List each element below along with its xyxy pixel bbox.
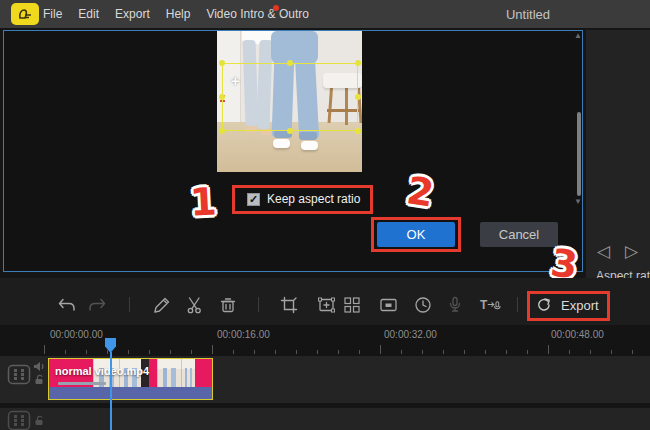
crop-icon[interactable]: [278, 294, 300, 316]
menu-items: File Edit Export Help Video Intro & Outr…: [43, 0, 309, 28]
clip-name: normal video.mp4: [55, 365, 149, 377]
toolbar-separator: [258, 297, 259, 312]
export-icon: [533, 296, 554, 314]
next-icon[interactable]: ▷: [625, 241, 638, 262]
scroll-down-icon[interactable]: ▼: [574, 197, 582, 206]
crop-handle[interactable]: [219, 94, 225, 100]
menu-item-export[interactable]: Export: [115, 7, 150, 21]
crop-handle[interactable]: [355, 60, 361, 66]
export-button[interactable]: Export: [533, 296, 599, 314]
timeline-clip[interactable]: normal video.mp4: [48, 358, 213, 400]
bee-logo-icon: [17, 7, 34, 22]
export-button-label: Export: [561, 298, 599, 313]
clip-audio-bar: [49, 387, 212, 399]
properties-panel: [586, 30, 650, 278]
split-icon[interactable]: [184, 294, 206, 316]
preview-scrollbar[interactable]: [577, 112, 581, 196]
ruler-label-16: 00:00:16.00: [217, 329, 270, 340]
notification-dot: [273, 5, 279, 11]
record-voiceover-icon[interactable]: [444, 294, 466, 316]
app-logo[interactable]: [11, 3, 39, 25]
ruler-label-48: 00:00:48.00: [551, 329, 604, 340]
video-editor-window: File Edit Export Help Video Intro & Outr…: [0, 0, 650, 430]
clip-name-underline: [58, 382, 106, 385]
keep-aspect-ratio-label: Keep aspect ratio: [267, 192, 360, 206]
toolbar-separator: [129, 297, 130, 312]
timeline-tracks: normal video.mp4: [0, 356, 650, 430]
menu-item-help[interactable]: Help: [166, 7, 191, 21]
video-track-icon: [7, 410, 31, 430]
previous-icon[interactable]: ◁: [597, 241, 610, 262]
crop-handle[interactable]: [355, 128, 361, 134]
redo-icon[interactable]: [86, 294, 108, 316]
text-to-speech-icon[interactable]: T: [479, 294, 501, 316]
ok-button[interactable]: OK: [377, 222, 455, 247]
zoom-frame-icon[interactable]: [315, 294, 337, 316]
cancel-button[interactable]: Cancel: [480, 222, 558, 247]
video-track-2: [0, 408, 650, 430]
crop-handle[interactable]: [219, 128, 225, 134]
timeline-ruler[interactable]: 00:00:00.00 00:00:16.00 00:00:32.00 00:0…: [0, 325, 650, 356]
ruler-label-32: 00:00:32.00: [384, 329, 437, 340]
duration-icon[interactable]: [412, 294, 434, 316]
track-lock-icon[interactable]: [34, 415, 45, 426]
scroll-up-icon[interactable]: ▲: [574, 31, 582, 40]
crop-handle[interactable]: [219, 60, 225, 66]
crop-selection-rect[interactable]: [222, 63, 358, 131]
toolbar-separator: [517, 297, 518, 312]
menu-item-edit[interactable]: Edit: [78, 7, 99, 21]
crop-handle[interactable]: [355, 94, 361, 100]
svg-text:T: T: [480, 298, 488, 312]
project-title: Untitled: [488, 7, 568, 22]
picture-in-picture-icon[interactable]: [377, 294, 399, 316]
crop-handle[interactable]: [287, 60, 293, 66]
crosshair-cursor-icon: +: [231, 72, 240, 89]
undo-icon[interactable]: [56, 294, 78, 316]
crop-handle[interactable]: [287, 128, 293, 134]
mosaic-icon[interactable]: [341, 294, 363, 316]
menu-bar: File Edit Export Help Video Intro & Outr…: [0, 0, 650, 28]
ruler-label-0: 00:00:00.00: [50, 329, 103, 340]
annotation-step-1: 1: [189, 179, 218, 224]
playhead-line[interactable]: [110, 352, 112, 430]
menu-item-video-intro-outro[interactable]: Video Intro & Outro: [206, 7, 309, 21]
keep-aspect-ratio-checkbox[interactable]: ✓: [247, 193, 260, 206]
video-track-1: normal video.mp4: [0, 356, 650, 403]
delete-icon[interactable]: [217, 294, 239, 316]
keep-aspect-ratio-option: ✓ Keep aspect ratio: [247, 192, 360, 206]
edit-icon[interactable]: [151, 294, 173, 316]
track-lock-icon[interactable]: [34, 374, 45, 385]
video-track-icon: [7, 364, 31, 385]
track-audio-icon[interactable]: [33, 361, 45, 372]
menu-item-file[interactable]: File: [43, 7, 62, 21]
